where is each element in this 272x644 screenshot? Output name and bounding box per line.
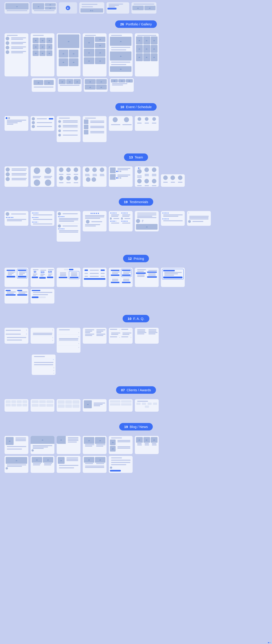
testimonial-card-3: ★★★★★ ★★★★★ <box>57 211 80 242</box>
clients-header: 07 Clients / Awards <box>4 386 268 394</box>
testimonials-badge: 19 Testimonials <box>119 198 153 206</box>
blog-badge: 19 Blog / News <box>119 423 153 430</box>
faq-card-3: + − + <box>57 328 80 353</box>
event-header: 10 Event / Schedule <box>4 103 268 110</box>
blog-section: 19 Blog / News <box>0 416 272 478</box>
event-section: 10 Event / Schedule <box>0 96 272 147</box>
testimonial-card-7: ★★★★★ ★★★★★ <box>161 211 185 226</box>
pricing-section: 12 Pricing <box>0 248 272 308</box>
testimonial-card-2: ★★★★★ ★★★★★ ★★★★☆ <box>30 211 54 226</box>
pricing-badge: 12 Pricing <box>123 255 149 262</box>
testimonial-card-8: " <box>187 211 211 226</box>
testimonials-count: 19 <box>124 200 128 204</box>
blog-label: Blog / News <box>130 425 148 429</box>
pricing-card-7 <box>161 268 185 287</box>
clients-card-4 <box>83 399 106 412</box>
team-card-4 <box>83 166 106 187</box>
blog-card-7 <box>4 456 28 473</box>
blog-card-9 <box>57 456 80 473</box>
partial-card-3: ▶ <box>59 2 77 14</box>
event-card-5 <box>109 116 132 131</box>
team-header: 13 Team <box>4 154 268 161</box>
team-card-3 <box>57 166 80 187</box>
pricing-card-6 <box>135 268 159 287</box>
faq-card-4 <box>83 328 106 344</box>
blog-card-2 <box>30 436 54 454</box>
portfolio-card-2 <box>30 33 54 76</box>
portfolio-section: 26 Portfolio / Gallery <box>0 14 272 96</box>
partial-card-1 <box>4 2 30 14</box>
event-card-1 <box>4 116 28 131</box>
pricing-card-9 <box>30 289 54 304</box>
event-count: 10 <box>120 105 124 109</box>
faq-section: 10 F. A. Q. + − <box>0 308 272 380</box>
faq-card-6 <box>135 328 159 344</box>
faq-badge: 10 F. A. Q. <box>123 315 149 322</box>
team-card-2 <box>30 166 54 187</box>
testimonial-card-1: ★★★★★ <box>4 211 28 226</box>
portfolio-card-7 <box>32 78 56 92</box>
team-section: 13 Team <box>0 147 272 191</box>
partial-card-2 <box>32 2 57 14</box>
top-partial-section: ▶ ▶ <box>0 0 272 14</box>
event-card-3 <box>57 116 80 142</box>
team-card-1 <box>4 166 28 187</box>
event-card-2 <box>30 116 54 131</box>
faq-card-7: − + + + <box>32 354 56 375</box>
testimonials-label: Testimonials <box>130 200 148 204</box>
portfolio-card-1 <box>4 33 28 76</box>
pricing-count: 12 <box>128 256 132 260</box>
portfolio-card-6 <box>135 33 159 76</box>
testimonial-card-5: ★★★★★ ★★★★★ <box>109 211 132 232</box>
blog-card-1 <box>4 436 28 454</box>
pricing-card-4 <box>83 268 106 287</box>
portfolio-label: Portfolio / Gallery <box>126 22 152 26</box>
faq-card-5: + + + + <box>109 328 132 344</box>
blog-card-3 <box>57 436 80 454</box>
blog-card-8 <box>30 456 54 473</box>
clients-card-6 <box>135 399 159 412</box>
blog-card-5 <box>109 436 132 454</box>
partial-card-6 <box>132 2 156 14</box>
team-label: Team <box>135 155 143 159</box>
clients-section: 07 Clients / Awards <box>0 380 272 416</box>
testimonial-card-4: ★★★★★ <box>83 211 106 232</box>
testimonial-card-6 <box>135 211 159 232</box>
partial-card-4: ▶ <box>79 2 104 14</box>
pricing-card-5 <box>109 268 132 287</box>
clients-label: Clients / Awards <box>127 388 151 392</box>
event-label: Event / Schedule <box>126 105 152 109</box>
pricing-header: 12 Pricing <box>4 255 268 262</box>
event-card-4 <box>83 116 106 142</box>
portfolio-badge: 26 Portfolio / Gallery <box>115 20 157 28</box>
faq-label: F. A. Q. <box>133 317 144 320</box>
portfolio-card-9 <box>84 78 108 92</box>
portfolio-card-10 <box>110 78 134 92</box>
pricing-label: Pricing <box>134 256 144 260</box>
testimonials-section: 19 Testimonials ★★★★★ <box>0 191 272 248</box>
event-card-6 <box>135 116 159 131</box>
pricing-card-1 <box>4 268 28 287</box>
blog-count: 19 <box>124 425 128 429</box>
clients-card-1 <box>4 399 28 412</box>
faq-count: 10 <box>128 317 132 320</box>
team-card-5 <box>109 166 132 187</box>
clients-card-2 <box>30 399 54 412</box>
blog-card-4 <box>83 436 106 454</box>
portfolio-header: 26 Portfolio / Gallery <box>4 20 268 28</box>
team-card-6 <box>135 166 159 187</box>
event-badge: 10 Event / Schedule <box>115 103 157 110</box>
pricing-card-8 <box>4 289 28 304</box>
blog-card-10 <box>83 456 106 473</box>
faq-card-1: + − <box>4 328 28 344</box>
partial-card-5 <box>106 2 129 14</box>
pricing-card-3 <box>57 268 80 287</box>
pricing-card-2: $9 $19 $39 <box>30 268 54 287</box>
team-count: 13 <box>129 155 133 159</box>
clients-card-3 <box>57 399 80 412</box>
blog-header: 19 Blog / News <box>4 423 268 430</box>
portfolio-card-5 <box>109 33 132 76</box>
portfolio-card-4 <box>83 33 106 76</box>
faq-header: 10 F. A. Q. <box>4 315 268 322</box>
portfolio-count: 26 <box>120 22 124 26</box>
